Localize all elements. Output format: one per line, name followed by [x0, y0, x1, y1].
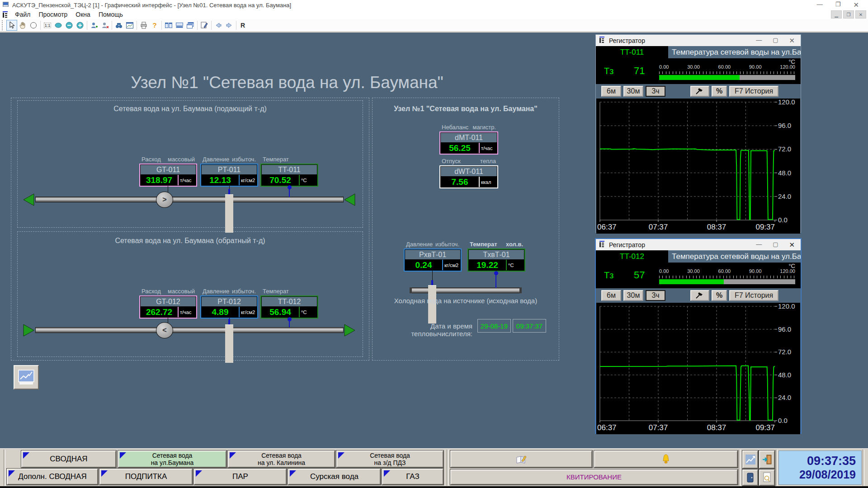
percent-button[interactable]: %: [712, 86, 727, 97]
faceplate-thvt01[interactable]: TхвТ-01 19.22°C: [467, 249, 525, 272]
range-30m-button[interactable]: 30м: [623, 290, 643, 301]
select-cursor-icon[interactable]: [6, 20, 17, 31]
login-door-button[interactable]: [742, 469, 758, 486]
maximize-icon[interactable]: ▢: [773, 241, 778, 249]
nav-gaz[interactable]: ГАЗ: [382, 469, 443, 485]
nav-setevaya-baumana[interactable]: Сетевая водана ул.Баумана: [118, 450, 226, 468]
recorder-titlebar[interactable]: Регистратор — ▢ ✕: [596, 35, 801, 46]
tile-vertical-icon[interactable]: [163, 20, 174, 31]
nav-back-icon[interactable]: [213, 20, 224, 31]
menu-view[interactable]: Просмотр: [34, 10, 71, 19]
close-icon[interactable]: ✕: [789, 37, 795, 45]
recorder-title: Регистратор: [609, 241, 645, 249]
nav-setevaya-pdz[interactable]: Сетевая водана з/д ПДЗ: [336, 450, 443, 468]
nav-svodnaya[interactable]: СВОДНАЯ: [21, 450, 116, 468]
nav-forward-icon[interactable]: [224, 20, 235, 31]
nav-surskaya-voda[interactable]: Сурская вода: [288, 469, 381, 485]
child-close-icon[interactable]: ✕: [855, 10, 866, 19]
toolbar-drag-handle[interactable]: [2, 20, 5, 30]
range-3h-button[interactable]: 3ч: [646, 86, 665, 97]
svg-text:06:37: 06:37: [597, 423, 617, 432]
alarm-button[interactable]: [594, 450, 738, 468]
minimize-icon[interactable]: —: [756, 37, 762, 45]
range-6m-button[interactable]: 6м: [601, 290, 621, 301]
restore-icon[interactable]: ❐: [835, 1, 841, 9]
edit-properties-icon[interactable]: [199, 20, 210, 31]
corner-flag-icon: [9, 470, 15, 477]
find-binoculars-icon[interactable]: [113, 20, 124, 31]
help-icon[interactable]: ?: [149, 20, 160, 31]
flow-meter-supply[interactable]: >: [156, 192, 173, 208]
faceplate-dmt011[interactable]: dMT-011 56.25т/час: [439, 131, 498, 155]
pan-hand-icon[interactable]: [17, 20, 28, 31]
user-login-icon[interactable]: [89, 20, 99, 31]
zoom-area-icon[interactable]: [53, 20, 64, 31]
cascade-windows-icon[interactable]: [185, 20, 196, 31]
gauge-scale-labels: 0.0030.0060.0090.00120.00: [659, 64, 795, 70]
faceplate-tt011[interactable]: TT-011 70.52°C: [260, 164, 318, 187]
menu-help[interactable]: Помощь: [94, 10, 127, 19]
zoom-in-icon[interactable]: [75, 20, 85, 31]
child-restore-icon[interactable]: ❐: [843, 10, 854, 19]
trend-shortcut-button[interactable]: [14, 365, 39, 389]
svg-text:0.0: 0.0: [778, 417, 788, 424]
zoom-out-icon[interactable]: [64, 20, 75, 31]
faceplate-pt012[interactable]: PT-012 4.89кг/см2: [200, 296, 258, 319]
zoom-select-icon[interactable]: [28, 20, 39, 31]
faceplate-pt011[interactable]: PT-011 12.13кг/см2: [200, 164, 258, 187]
recorder-app-icon: [599, 37, 606, 45]
faceplate-phvt01[interactable]: PхвТ-01 0.24кг/см2: [404, 249, 462, 272]
preview-button[interactable]: [759, 469, 775, 486]
faceplate-tt012[interactable]: TT-012 56.94°C: [260, 296, 318, 319]
svg-text:07:37: 07:37: [649, 223, 668, 231]
close-icon[interactable]: ✕: [853, 1, 859, 9]
minimize-icon[interactable]: —: [817, 1, 823, 9]
flow-arrow-right-return: [344, 324, 356, 337]
close-icon[interactable]: ✕: [789, 241, 795, 249]
sensor-dmt011: Небалансмагистр. dMT-011 56.25т/час: [439, 124, 498, 155]
journal-button[interactable]: [450, 450, 592, 468]
trends-button[interactable]: [742, 450, 758, 469]
maximize-icon[interactable]: ▢: [773, 37, 778, 45]
history-button[interactable]: F7 История: [729, 290, 778, 301]
faceplate-gt012[interactable]: GT-012 262.72т/час: [139, 296, 197, 319]
app-icon: [3, 1, 9, 9]
nav-setevaya-kalinina[interactable]: Сетевая водана ул. Калинина: [228, 450, 335, 468]
menu-windows[interactable]: Окна: [71, 10, 94, 19]
child-minimize-icon[interactable]: ▁: [831, 10, 842, 19]
acknowledge-button[interactable]: КВИТИРОВАНИЕ: [450, 469, 738, 485]
recorder-window-tt011: Регистратор — ▢ ✕ TT-011 Температура сет…: [595, 34, 801, 233]
menu-file[interactable]: Файл: [11, 10, 34, 19]
toolbar-r-button[interactable]: R: [238, 22, 248, 29]
zoom-1-1-icon[interactable]: 1:1: [42, 20, 53, 31]
flow-arrow-right-supply: [344, 193, 356, 206]
clock-date: 29/08/2019: [799, 468, 856, 481]
flow-meter-return[interactable]: <: [156, 322, 173, 338]
nav-podpitka[interactable]: ПОДПИТКА: [99, 469, 193, 485]
trend-chart-tt011: 120.096.072.048.024.00.006:3707:3708:370…: [596, 99, 800, 234]
settings-hammer-button[interactable]: [690, 290, 709, 301]
exit-button[interactable]: [759, 450, 775, 469]
user-logout-icon[interactable]: [99, 20, 110, 31]
svg-text:48.0: 48.0: [778, 169, 791, 177]
faceplate-dwt011[interactable]: dWT-011 7.56ккал: [439, 165, 498, 188]
recorder-titlebar[interactable]: Регистратор — ▢ ✕: [596, 239, 801, 250]
nav-par[interactable]: ПАР: [194, 469, 287, 485]
mdi-child-icon: [0, 9, 11, 20]
settings-hammer-button[interactable]: [690, 86, 709, 97]
range-30m-button[interactable]: 30м: [623, 86, 643, 97]
print-icon[interactable]: [138, 20, 149, 31]
faceplate-gt011[interactable]: GT-011 318.97т/час: [139, 164, 197, 187]
range-6m-button[interactable]: 6м: [601, 86, 621, 97]
svg-text:72.0: 72.0: [778, 348, 791, 356]
supply-header: Сетевая вода на ул. Баумана (подающий т-…: [17, 105, 363, 113]
nav-dopoln-svodnaya[interactable]: Дополн. СВОДНАЯ: [7, 469, 98, 485]
history-button[interactable]: F7 История: [729, 86, 778, 97]
node-header: Узел №1 "Сетевая вода на ул. Баумана": [372, 105, 559, 113]
tile-horizontal-icon[interactable]: [174, 20, 185, 31]
corner-flag-icon: [101, 470, 108, 477]
percent-button[interactable]: %: [712, 290, 727, 301]
minimize-icon[interactable]: —: [756, 241, 762, 249]
range-3h-button[interactable]: 3ч: [646, 290, 665, 301]
trend-window-icon[interactable]: [124, 20, 135, 31]
